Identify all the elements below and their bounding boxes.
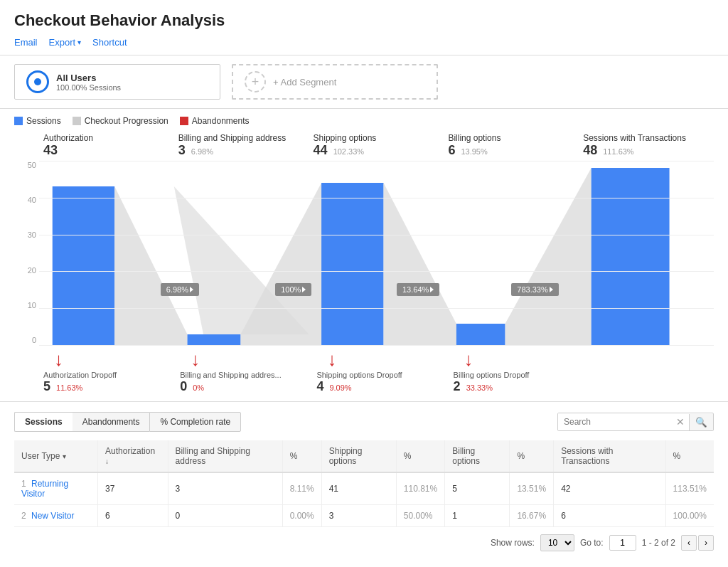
td-billing-ship-pct-1: 8.11% xyxy=(282,472,321,505)
td-transactions-pct-2: 100.00% xyxy=(665,505,714,527)
add-segment-icon: + xyxy=(245,71,266,92)
dropoff-billing-opt: ↓ Billing options Dropoff 2 33.33% xyxy=(449,349,586,394)
page-range: 1 - 2 of 2 xyxy=(642,538,675,548)
th-billing-options: Billing options xyxy=(445,440,510,472)
export-label: Export xyxy=(49,37,76,48)
chart-area: 0 10 20 30 40 50 xyxy=(14,161,714,346)
goto-label: Go to: xyxy=(580,538,604,548)
col-header-billing-ship: Billing and Shipping address 3 6.98% xyxy=(174,130,309,161)
td-auth-1: 37 xyxy=(98,472,168,505)
legend-sessions: Sessions xyxy=(14,116,61,126)
shortcut-link[interactable]: Shortcut xyxy=(92,37,127,48)
th-user-type[interactable]: User Type ▾ xyxy=(14,440,98,472)
segment-info: All Users 100.00% Sessions xyxy=(56,73,121,92)
search-box: ✕ 🔍 xyxy=(557,413,714,431)
segment-bar: All Users 100.00% Sessions + + Add Segme… xyxy=(0,55,728,109)
td-transactions-pct-1: 113.51% xyxy=(665,472,714,505)
td-billing-opt-pct-1: 13.51% xyxy=(510,472,554,505)
table-row: 2 New Visitor 6 0 0.00% 3 50.00% 1 16.67… xyxy=(14,505,714,527)
prev-page-btn[interactable]: ‹ xyxy=(681,535,697,551)
segment-sub: 100.00% Sessions xyxy=(56,83,121,92)
next-page-btn[interactable]: › xyxy=(698,535,714,551)
th-authorization[interactable]: Authorization ↓ xyxy=(98,440,168,472)
table-section: Sessions Abandonments % Completion rate … xyxy=(0,402,728,561)
tab-sessions[interactable]: Sessions xyxy=(14,412,73,432)
data-table: User Type ▾ Authorization ↓ Billing and … xyxy=(14,440,714,527)
y-axis: 0 10 20 30 40 50 xyxy=(14,161,39,346)
col-headers: Authorization 43 Billing and Shipping ad… xyxy=(39,130,714,161)
dropoff-auth: ↓ Authorization Dropoff 5 11.63% xyxy=(39,349,176,394)
chart-svg xyxy=(39,161,714,346)
svg-rect-5 xyxy=(321,183,383,346)
svg-marker-6 xyxy=(383,183,456,346)
td-shipping-1: 41 xyxy=(321,472,396,505)
svg-rect-9 xyxy=(592,168,670,346)
export-arrow-icon: ▾ xyxy=(77,38,81,46)
td-shipping-pct-1: 110.81% xyxy=(396,472,444,505)
footer-nav: ‹ › xyxy=(681,535,714,551)
svg-rect-1 xyxy=(53,186,114,346)
dropoff-placeholder xyxy=(586,349,714,394)
page-container: Checkout Behavior Analysis Email Export … xyxy=(0,0,728,561)
td-billing-opt-pct-2: 16.67% xyxy=(510,505,554,527)
show-rows-select[interactable]: 10 25 50 xyxy=(540,534,574,551)
table-footer: Show rows: 10 25 50 Go to: 1 - 2 of 2 ‹ … xyxy=(14,527,714,551)
bars-container: 6.98% 100% 13.64% 783.33% xyxy=(39,161,714,346)
svg-rect-7 xyxy=(456,324,505,346)
toolbar: Email Export ▾ Shortcut xyxy=(14,37,714,48)
td-shipping-pct-2: 50.00% xyxy=(396,505,444,527)
td-billing-opt-2: 1 xyxy=(445,505,510,527)
chart-section: Authorization 43 Billing and Shipping ad… xyxy=(0,130,728,402)
export-btn[interactable]: Export ▾ xyxy=(49,37,82,48)
th-transactions-pct: % xyxy=(665,440,714,472)
td-user-type-2: 2 New Visitor xyxy=(14,505,98,527)
show-rows-label: Show rows: xyxy=(491,538,535,548)
td-shipping-2: 3 xyxy=(321,505,396,527)
goto-input[interactable] xyxy=(609,535,636,551)
arrow-label-2: 100% xyxy=(275,283,311,296)
tab-completion-rate[interactable]: % Completion rate xyxy=(149,412,241,432)
table-row: 1 Returning Visitor 37 3 8.11% 41 110.81… xyxy=(14,472,714,505)
arrow-label-3: 13.64% xyxy=(397,283,439,296)
td-transactions-2: 6 xyxy=(554,505,665,527)
search-input[interactable] xyxy=(558,413,672,430)
dropoff-billing-ship: ↓ Billing and Shipping addres... 0 0% xyxy=(176,349,312,394)
td-billing-opt-1: 5 xyxy=(445,472,510,505)
svg-marker-8 xyxy=(505,168,592,346)
td-billing-ship-1: 3 xyxy=(168,472,282,505)
arrow-label-4: 783.33% xyxy=(511,283,558,296)
segment-icon xyxy=(26,70,49,93)
th-billing-options-pct: % xyxy=(510,440,554,472)
table-header: Sessions Abandonments % Completion rate … xyxy=(14,412,714,432)
td-auth-2: 6 xyxy=(98,505,168,527)
page-header: Checkout Behavior Analysis Email Export … xyxy=(0,0,728,55)
legend-bar: Sessions Checkout Progression Abandonmen… xyxy=(0,109,728,130)
svg-marker-4 xyxy=(240,183,321,346)
th-transactions: Sessions with Transactions xyxy=(554,440,665,472)
col-header-billing-opt: Billing options 6 13.95% xyxy=(444,130,579,161)
th-billing-shipping: Billing and Shipping address xyxy=(168,440,282,472)
col-header-transactions: Sessions with Transactions 48 111.63% xyxy=(579,130,714,161)
th-billing-shipping-pct: % xyxy=(282,440,321,472)
search-submit-btn[interactable]: 🔍 xyxy=(689,414,713,430)
returning-visitor-link[interactable]: Returning Visitor xyxy=(21,479,68,499)
dropoff-shipping: ↓ Shipping options Dropoff 4 9.09% xyxy=(312,349,449,394)
segment-name: All Users xyxy=(56,73,121,83)
dropoff-row: ↓ Authorization Dropoff 5 11.63% ↓ Billi… xyxy=(39,346,714,394)
col-header-auth: Authorization 43 xyxy=(39,130,174,161)
search-clear-btn[interactable]: ✕ xyxy=(672,413,689,430)
td-transactions-1: 42 xyxy=(554,472,665,505)
legend-progression: Checkout Progression xyxy=(73,116,168,126)
legend-abandonments: Abandonments xyxy=(180,116,250,126)
tab-abandonments[interactable]: Abandonments xyxy=(73,412,150,432)
email-link[interactable]: Email xyxy=(14,37,38,48)
td-billing-ship-pct-2: 0.00% xyxy=(282,505,321,527)
new-visitor-link[interactable]: New Visitor xyxy=(31,511,74,521)
add-segment-btn[interactable]: + + Add Segment xyxy=(232,64,438,100)
arrow-label-1: 6.98% xyxy=(161,283,199,296)
segment-all-users[interactable]: All Users 100.00% Sessions xyxy=(14,64,220,100)
page-title: Checkout Behavior Analysis xyxy=(14,11,714,30)
add-segment-label: + Add Segment xyxy=(273,77,336,88)
td-user-type-1: 1 Returning Visitor xyxy=(14,472,98,505)
th-shipping-options: Shipping options xyxy=(321,440,396,472)
